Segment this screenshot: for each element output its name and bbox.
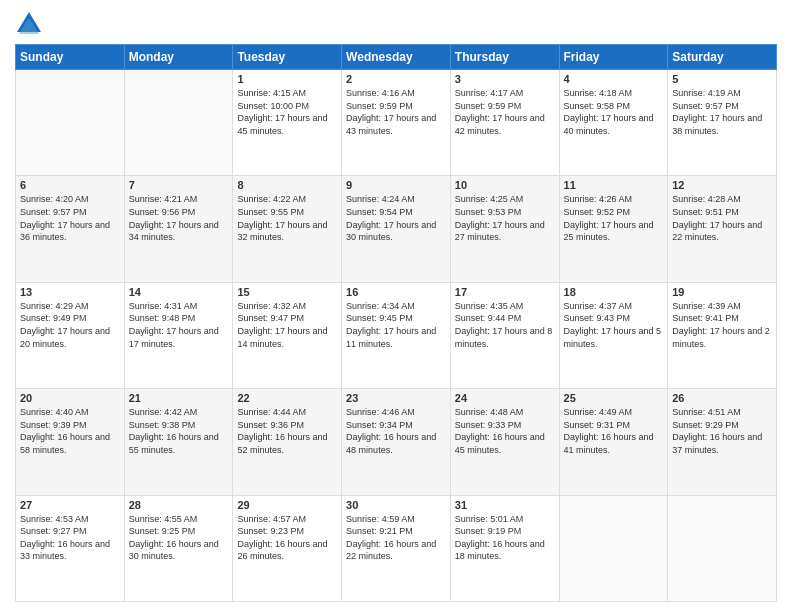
page: SundayMondayTuesdayWednesdayThursdayFrid…	[0, 0, 792, 612]
day-number: 1	[237, 73, 337, 85]
day-info: Sunrise: 4:31 AM Sunset: 9:48 PM Dayligh…	[129, 300, 229, 350]
calendar-cell: 24Sunrise: 4:48 AM Sunset: 9:33 PM Dayli…	[450, 389, 559, 495]
day-number: 2	[346, 73, 446, 85]
calendar-cell: 1Sunrise: 4:15 AM Sunset: 10:00 PM Dayli…	[233, 70, 342, 176]
calendar-cell	[668, 495, 777, 601]
calendar-cell: 14Sunrise: 4:31 AM Sunset: 9:48 PM Dayli…	[124, 282, 233, 388]
day-number: 28	[129, 499, 229, 511]
logo-icon	[15, 10, 43, 38]
calendar-cell: 31Sunrise: 5:01 AM Sunset: 9:19 PM Dayli…	[450, 495, 559, 601]
day-number: 17	[455, 286, 555, 298]
week-row-1: 1Sunrise: 4:15 AM Sunset: 10:00 PM Dayli…	[16, 70, 777, 176]
day-info: Sunrise: 4:59 AM Sunset: 9:21 PM Dayligh…	[346, 513, 446, 563]
calendar-cell	[559, 495, 668, 601]
day-info: Sunrise: 4:44 AM Sunset: 9:36 PM Dayligh…	[237, 406, 337, 456]
header-friday: Friday	[559, 45, 668, 70]
header-wednesday: Wednesday	[342, 45, 451, 70]
day-number: 27	[20, 499, 120, 511]
calendar-cell: 29Sunrise: 4:57 AM Sunset: 9:23 PM Dayli…	[233, 495, 342, 601]
day-number: 22	[237, 392, 337, 404]
day-number: 18	[564, 286, 664, 298]
day-info: Sunrise: 4:29 AM Sunset: 9:49 PM Dayligh…	[20, 300, 120, 350]
calendar-cell: 21Sunrise: 4:42 AM Sunset: 9:38 PM Dayli…	[124, 389, 233, 495]
calendar-cell: 13Sunrise: 4:29 AM Sunset: 9:49 PM Dayli…	[16, 282, 125, 388]
calendar-cell: 22Sunrise: 4:44 AM Sunset: 9:36 PM Dayli…	[233, 389, 342, 495]
calendar-cell: 19Sunrise: 4:39 AM Sunset: 9:41 PM Dayli…	[668, 282, 777, 388]
day-number: 10	[455, 179, 555, 191]
week-row-3: 13Sunrise: 4:29 AM Sunset: 9:49 PM Dayli…	[16, 282, 777, 388]
header-thursday: Thursday	[450, 45, 559, 70]
day-number: 11	[564, 179, 664, 191]
day-info: Sunrise: 4:18 AM Sunset: 9:58 PM Dayligh…	[564, 87, 664, 137]
calendar-table: SundayMondayTuesdayWednesdayThursdayFrid…	[15, 44, 777, 602]
header-monday: Monday	[124, 45, 233, 70]
day-number: 29	[237, 499, 337, 511]
calendar-cell: 12Sunrise: 4:28 AM Sunset: 9:51 PM Dayli…	[668, 176, 777, 282]
day-number: 13	[20, 286, 120, 298]
day-info: Sunrise: 4:40 AM Sunset: 9:39 PM Dayligh…	[20, 406, 120, 456]
day-number: 15	[237, 286, 337, 298]
day-info: Sunrise: 5:01 AM Sunset: 9:19 PM Dayligh…	[455, 513, 555, 563]
day-number: 24	[455, 392, 555, 404]
calendar-cell	[16, 70, 125, 176]
calendar-cell: 16Sunrise: 4:34 AM Sunset: 9:45 PM Dayli…	[342, 282, 451, 388]
week-row-2: 6Sunrise: 4:20 AM Sunset: 9:57 PM Daylig…	[16, 176, 777, 282]
day-info: Sunrise: 4:49 AM Sunset: 9:31 PM Dayligh…	[564, 406, 664, 456]
day-number: 20	[20, 392, 120, 404]
calendar-cell: 3Sunrise: 4:17 AM Sunset: 9:59 PM Daylig…	[450, 70, 559, 176]
calendar-cell: 5Sunrise: 4:19 AM Sunset: 9:57 PM Daylig…	[668, 70, 777, 176]
day-info: Sunrise: 4:55 AM Sunset: 9:25 PM Dayligh…	[129, 513, 229, 563]
header-saturday: Saturday	[668, 45, 777, 70]
header	[15, 10, 777, 38]
day-info: Sunrise: 4:39 AM Sunset: 9:41 PM Dayligh…	[672, 300, 772, 350]
calendar-cell: 6Sunrise: 4:20 AM Sunset: 9:57 PM Daylig…	[16, 176, 125, 282]
calendar-cell	[124, 70, 233, 176]
day-info: Sunrise: 4:37 AM Sunset: 9:43 PM Dayligh…	[564, 300, 664, 350]
calendar-cell: 18Sunrise: 4:37 AM Sunset: 9:43 PM Dayli…	[559, 282, 668, 388]
calendar-cell: 9Sunrise: 4:24 AM Sunset: 9:54 PM Daylig…	[342, 176, 451, 282]
day-info: Sunrise: 4:24 AM Sunset: 9:54 PM Dayligh…	[346, 193, 446, 243]
day-info: Sunrise: 4:34 AM Sunset: 9:45 PM Dayligh…	[346, 300, 446, 350]
calendar-cell: 23Sunrise: 4:46 AM Sunset: 9:34 PM Dayli…	[342, 389, 451, 495]
day-info: Sunrise: 4:20 AM Sunset: 9:57 PM Dayligh…	[20, 193, 120, 243]
calendar-cell: 11Sunrise: 4:26 AM Sunset: 9:52 PM Dayli…	[559, 176, 668, 282]
day-info: Sunrise: 4:21 AM Sunset: 9:56 PM Dayligh…	[129, 193, 229, 243]
calendar-cell: 10Sunrise: 4:25 AM Sunset: 9:53 PM Dayli…	[450, 176, 559, 282]
day-number: 25	[564, 392, 664, 404]
calendar-cell: 20Sunrise: 4:40 AM Sunset: 9:39 PM Dayli…	[16, 389, 125, 495]
day-info: Sunrise: 4:25 AM Sunset: 9:53 PM Dayligh…	[455, 193, 555, 243]
day-info: Sunrise: 4:53 AM Sunset: 9:27 PM Dayligh…	[20, 513, 120, 563]
day-info: Sunrise: 4:26 AM Sunset: 9:52 PM Dayligh…	[564, 193, 664, 243]
calendar-cell: 27Sunrise: 4:53 AM Sunset: 9:27 PM Dayli…	[16, 495, 125, 601]
calendar-cell: 30Sunrise: 4:59 AM Sunset: 9:21 PM Dayli…	[342, 495, 451, 601]
day-number: 12	[672, 179, 772, 191]
day-number: 5	[672, 73, 772, 85]
calendar-cell: 7Sunrise: 4:21 AM Sunset: 9:56 PM Daylig…	[124, 176, 233, 282]
calendar-cell: 4Sunrise: 4:18 AM Sunset: 9:58 PM Daylig…	[559, 70, 668, 176]
calendar-cell: 2Sunrise: 4:16 AM Sunset: 9:59 PM Daylig…	[342, 70, 451, 176]
header-tuesday: Tuesday	[233, 45, 342, 70]
day-number: 7	[129, 179, 229, 191]
calendar-header-row: SundayMondayTuesdayWednesdayThursdayFrid…	[16, 45, 777, 70]
day-info: Sunrise: 4:35 AM Sunset: 9:44 PM Dayligh…	[455, 300, 555, 350]
day-info: Sunrise: 4:19 AM Sunset: 9:57 PM Dayligh…	[672, 87, 772, 137]
day-info: Sunrise: 4:57 AM Sunset: 9:23 PM Dayligh…	[237, 513, 337, 563]
day-number: 3	[455, 73, 555, 85]
day-number: 19	[672, 286, 772, 298]
day-info: Sunrise: 4:28 AM Sunset: 9:51 PM Dayligh…	[672, 193, 772, 243]
day-info: Sunrise: 4:16 AM Sunset: 9:59 PM Dayligh…	[346, 87, 446, 137]
day-info: Sunrise: 4:22 AM Sunset: 9:55 PM Dayligh…	[237, 193, 337, 243]
day-number: 30	[346, 499, 446, 511]
day-number: 31	[455, 499, 555, 511]
day-number: 21	[129, 392, 229, 404]
day-info: Sunrise: 4:51 AM Sunset: 9:29 PM Dayligh…	[672, 406, 772, 456]
day-number: 9	[346, 179, 446, 191]
week-row-5: 27Sunrise: 4:53 AM Sunset: 9:27 PM Dayli…	[16, 495, 777, 601]
day-number: 26	[672, 392, 772, 404]
calendar-cell: 15Sunrise: 4:32 AM Sunset: 9:47 PM Dayli…	[233, 282, 342, 388]
calendar-cell: 17Sunrise: 4:35 AM Sunset: 9:44 PM Dayli…	[450, 282, 559, 388]
header-sunday: Sunday	[16, 45, 125, 70]
logo	[15, 10, 47, 38]
calendar-cell: 26Sunrise: 4:51 AM Sunset: 9:29 PM Dayli…	[668, 389, 777, 495]
day-number: 23	[346, 392, 446, 404]
